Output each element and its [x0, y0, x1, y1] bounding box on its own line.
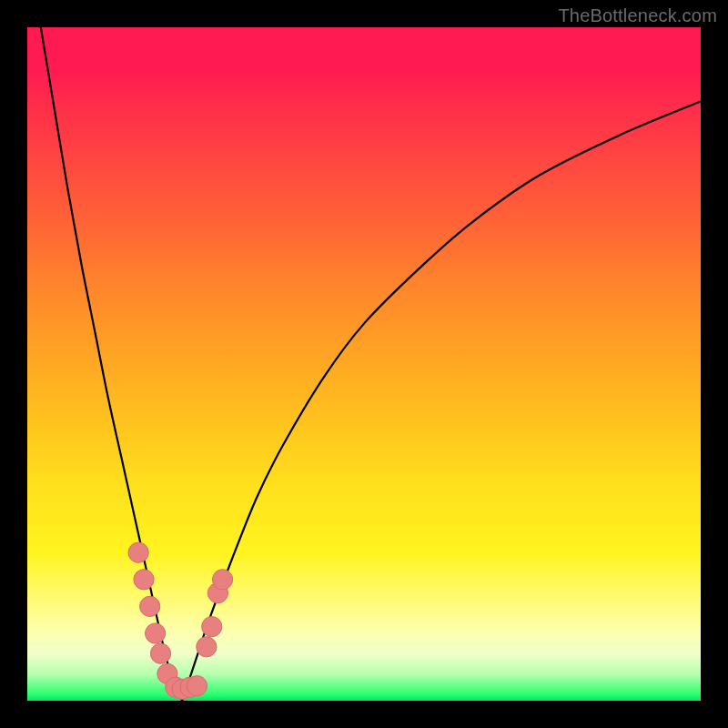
data-marker: [140, 596, 160, 616]
plot-area: [27, 27, 701, 701]
data-marker: [187, 676, 207, 696]
data-marker: [197, 637, 217, 657]
curve-layer: [27, 27, 701, 701]
data-marker: [134, 570, 154, 590]
data-marker: [150, 643, 170, 663]
chart-frame: TheBottleneck.com: [0, 0, 728, 728]
data-marker: [213, 570, 233, 590]
data-marker: [146, 623, 166, 643]
data-marker: [202, 617, 222, 637]
data-marker: [128, 542, 148, 562]
watermark-text: TheBottleneck.com: [558, 5, 717, 26]
curve-left: [41, 27, 182, 701]
curve-right: [182, 101, 701, 701]
marker-group: [128, 542, 233, 699]
